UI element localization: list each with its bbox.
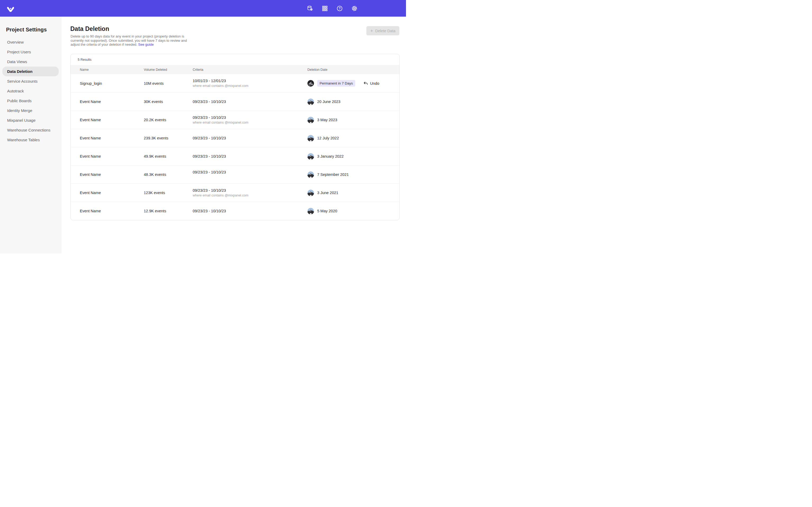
top-navigation-bar: ?	[0, 0, 406, 17]
deletion-date-cell: 12 July 2022	[307, 135, 399, 142]
sidebar-item-label: Identity Merge	[7, 108, 32, 113]
sidebar-item[interactable]: Identity Merge	[2, 106, 59, 115]
delete-data-button[interactable]: + Delete Data	[366, 26, 399, 36]
deletion-date-cell: Permanent in 7 Days Undo	[307, 80, 399, 87]
undo-button-label: Undo	[370, 81, 379, 86]
volume-deleted-cell: 12.9K events	[144, 209, 193, 213]
data-deletion-page: Data Deletion Delete up to 90 days data …	[62, 17, 406, 253]
page-description: Delete up to 90 days data for any event …	[70, 34, 187, 47]
table-row: Event Name 49.9K events 09/23/23 - 10/10…	[70, 147, 399, 165]
sidebar-item[interactable]: Project Users	[2, 47, 59, 57]
sidebar-item[interactable]: Data Views	[2, 57, 59, 66]
user-avatar	[307, 80, 314, 87]
apps-grid-icon[interactable]	[322, 5, 328, 12]
deletion-date-text: 3 May 2023	[317, 118, 337, 122]
criteria-range: 09/23/23 - 10/10/23	[193, 170, 307, 174]
sidebar-item-label: Overview	[7, 40, 24, 44]
volume-deleted-cell: 20.2K events	[144, 118, 193, 122]
settings-gear-icon[interactable]	[351, 5, 358, 12]
table-row: Event Name 12.9K events 09/23/23 - 10/10…	[70, 202, 399, 220]
criteria-cell: 09/23/23 - 10/10/23 where email contains…	[193, 115, 307, 125]
deletion-date-cell: 5 May 2020	[307, 208, 399, 214]
description-line: currently not supported). Once submitted…	[70, 39, 187, 43]
event-name-cell: Event Name	[80, 136, 144, 140]
volume-deleted-cell: 10M events	[144, 81, 193, 86]
criteria-range: 09/23/23 - 10/10/23	[193, 154, 307, 158]
deletion-results-card: 5 Results Name Volume Deleted Criteria D…	[70, 54, 400, 220]
table-row: Event Name 239.3K events 09/23/23 - 10/1…	[70, 129, 399, 147]
table-row: Event Name 30K events 09/23/23 - 10/10/2…	[70, 93, 399, 111]
criteria-range: 09/23/23 - 10/10/23	[193, 100, 307, 104]
plus-icon: +	[370, 29, 373, 33]
sidebar-item-label: Service Accounts	[7, 79, 38, 83]
user-avatar	[307, 208, 314, 214]
event-name-cell: Event Name	[80, 209, 144, 213]
deletion-date-cell: 7 September 2021	[307, 171, 399, 178]
criteria-cell: 10/01/23 - 12/01/23 where email contains…	[193, 79, 307, 88]
criteria-range: 09/23/23 - 10/10/23	[193, 209, 307, 213]
sidebar-menu: Overview Project Users Data Views Data D…	[0, 37, 61, 145]
criteria-filter: where email contains @mixpanel.com	[193, 121, 307, 125]
deletion-date-text: 12 July 2022	[317, 136, 339, 140]
sidebar-item[interactable]: Autotrack	[2, 86, 59, 96]
mixpanel-logo-icon[interactable]	[7, 5, 14, 12]
user-avatar	[307, 189, 314, 196]
undo-button[interactable]: Undo	[363, 81, 379, 86]
criteria-range: 09/23/23 - 10/10/23	[193, 188, 307, 192]
column-header-volume: Volume Deleted	[144, 68, 193, 71]
volume-deleted-cell: 49.9K events	[144, 154, 193, 158]
table-row: Signup_login 10M events 10/01/23 - 12/01…	[70, 74, 399, 93]
data-management-icon[interactable]	[307, 5, 313, 12]
criteria-filter: where email contains @mixpanel.com	[193, 84, 307, 88]
criteria-range: 09/23/23 - 10/10/23	[193, 115, 307, 120]
sidebar-item-label: Data Views	[7, 59, 27, 64]
event-name-cell: Event Name	[80, 172, 144, 177]
status-badge: Permanent in 7 Days	[317, 80, 355, 87]
sidebar-item-label: Autotrack	[7, 89, 24, 93]
column-header-criteria: Criteria	[193, 68, 307, 71]
criteria-cell: 09/23/23 - 10/10/23	[193, 154, 307, 158]
event-name-cell: Event Name	[80, 154, 144, 158]
sidebar-item[interactable]: Mixpanel Usage	[2, 115, 59, 125]
sidebar-item[interactable]: Public Boards	[2, 96, 59, 106]
sidebar-item[interactable]: Service Accounts	[2, 76, 59, 86]
user-avatar	[307, 153, 314, 160]
sidebar-item[interactable]: Overview	[2, 37, 59, 47]
criteria-range: 09/23/23 - 10/10/23	[193, 136, 307, 140]
deletion-date-cell: 3 June 2021	[307, 189, 399, 196]
table-row: Event Name 123K events 09/23/23 - 10/10/…	[70, 183, 399, 202]
table-header-row: Name Volume Deleted Criteria Deletion Da…	[70, 65, 399, 74]
description-line: Delete up to 90 days data for any event …	[70, 34, 187, 39]
table-row: Event Name 20.2K events 09/23/23 - 10/10…	[70, 111, 399, 129]
results-count: 5 Results	[70, 54, 399, 65]
deletion-date-text: 5 May 2020	[317, 209, 337, 213]
undo-icon	[363, 81, 368, 86]
table-row: Event Name 48.3K events 09/23/23 - 10/10…	[70, 165, 399, 183]
column-header-name: Name	[80, 68, 144, 71]
user-avatar	[307, 171, 314, 178]
criteria-range: 10/01/23 - 12/01/23	[193, 79, 307, 83]
sidebar-item-label: Warehouse Tables	[7, 137, 40, 142]
sidebar-item[interactable]: Warehouse Tables	[2, 135, 59, 145]
sidebar-item[interactable]: Data Deletion	[2, 66, 59, 76]
help-icon[interactable]: ?	[337, 5, 343, 12]
event-name-cell: Event Name	[80, 191, 144, 195]
sidebar-item-label: Public Boards	[7, 99, 32, 103]
description-line: adjust the criteria of your deletion if …	[70, 43, 137, 47]
sidebar-item[interactable]: Warehouse Connections	[2, 125, 59, 135]
user-avatar	[307, 135, 314, 142]
deletion-date-text: 3 January 2022	[317, 154, 344, 158]
delete-data-button-label: Delete Data	[375, 29, 395, 33]
deletion-date-text: 7 September 2021	[317, 172, 349, 177]
criteria-cell: 09/23/23 - 10/10/23	[193, 170, 307, 179]
column-header-deletion-date: Deletion Date	[307, 68, 399, 71]
criteria-cell: 09/23/23 - 10/10/23 where email contains…	[193, 188, 307, 198]
page-title: Data Deletion	[70, 25, 109, 33]
svg-text:?: ?	[339, 7, 341, 10]
user-avatar	[307, 99, 314, 105]
criteria-cell: 09/23/23 - 10/10/23	[193, 209, 307, 213]
table-body: Signup_login 10M events 10/01/23 - 12/01…	[70, 74, 399, 220]
volume-deleted-cell: 123K events	[144, 191, 193, 195]
sidebar-item-label: Mixpanel Usage	[7, 118, 36, 122]
see-guide-link[interactable]: See guide	[138, 43, 154, 47]
